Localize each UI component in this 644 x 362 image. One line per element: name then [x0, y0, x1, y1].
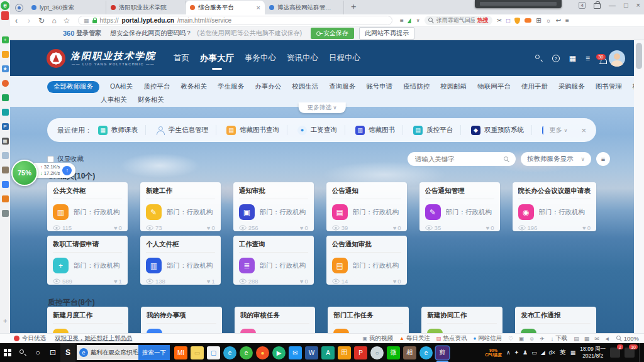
taskbar-app-icon[interactable]: MI	[174, 346, 187, 359]
undo-closed-tab-icon[interactable]: ↩	[556, 17, 561, 24]
sidebar-favorite-icon[interactable]	[2, 80, 9, 87]
taskbar-app-icon[interactable]: ▢	[207, 346, 220, 359]
speed-ball-widget[interactable]: 75% ↑ 32.1K/s ↓ 17.2K/s ↑	[11, 160, 75, 186]
statusbar-link[interactable]: ▤热点资讯	[436, 334, 467, 343]
taskbar-app-icon[interactable]: P	[354, 346, 367, 359]
mail-tray-icon[interactable]: 2	[610, 348, 620, 358]
service-card[interactable]: 通知审批 ▣ 部门：行政机构 256 ♥ 0	[233, 182, 314, 231]
taskbar-app-icon[interactable]: ▶	[272, 346, 286, 359]
cortana-button[interactable]: ○	[30, 343, 45, 362]
zoom-control[interactable]: 100%	[616, 335, 639, 342]
hot-tag[interactable]: 热搜	[477, 16, 489, 25]
sidebar-favorite-icon[interactable]: P	[2, 123, 9, 130]
apps-grid-icon[interactable]: ⊞	[536, 17, 541, 24]
filter-tab[interactable]: 办事办公	[255, 82, 281, 91]
notification-center-button[interactable]: 10	[625, 348, 635, 358]
taskbar-app-icon[interactable]: e	[419, 346, 433, 359]
close-button[interactable]: ×	[636, 1, 640, 9]
taskbar-search-icon[interactable]	[15, 343, 30, 362]
portal-nav-item[interactable]: 资讯中心	[287, 53, 318, 64]
likes-counter[interactable]: ♥ 0	[207, 224, 215, 231]
filter-tab[interactable]: 财务相关	[138, 96, 164, 104]
filter-tab[interactable]: OA相关	[110, 82, 133, 91]
sidebar-favorite-icon[interactable]: +	[2, 36, 9, 43]
main-menu-icon[interactable]: ≡	[565, 17, 569, 24]
theme-icon[interactable]: ☼	[546, 17, 552, 24]
statusbar-link[interactable]: ▲每日关注	[399, 334, 430, 343]
taskbar-app-icon[interactable]: ▭	[191, 346, 204, 359]
reader-icon[interactable]: ≡	[400, 17, 404, 24]
filter-tab[interactable]: 采购服务	[558, 82, 585, 91]
taskbar-app-icon[interactable]: W	[305, 346, 318, 359]
service-card[interactable]: 发布工作通报 ▲ ♥	[515, 307, 596, 333]
statusbar-tool-icon[interactable]: ▦	[584, 336, 590, 342]
tray-icon[interactable]: ◢	[541, 349, 545, 356]
start-button[interactable]	[0, 343, 15, 362]
cpu-temp-gadget[interactable]: 90%CPU温度	[485, 348, 502, 358]
taskbar-app-icon[interactable]: A	[321, 346, 335, 359]
page-scrollbar[interactable]	[634, 40, 644, 333]
settings-sliders-icon[interactable]: ≡	[586, 54, 590, 63]
taskbar-clock[interactable]: 18:09 周一2021/8/2	[580, 346, 606, 359]
filter-tab[interactable]: 教务相关	[180, 82, 207, 91]
statusbar-tool-icon[interactable]: ♡	[508, 336, 513, 342]
browser-tab[interactable]: lypt_360搜索	[27, 1, 106, 14]
likes-counter[interactable]: ♥ 0	[300, 278, 308, 285]
filter-tab[interactable]: 质控平台	[143, 82, 170, 91]
pinned-app-s-icon[interactable]: S	[60, 343, 75, 362]
url-field[interactable]: ▦ https://portal.lypt.edu.cn/main.html#/…	[78, 16, 392, 25]
security-shield-icon[interactable]	[514, 18, 520, 24]
statusbar-tool-icon[interactable]: ✉	[594, 336, 599, 342]
sidebar-favorite-icon[interactable]	[2, 210, 9, 217]
maximize-button[interactable]: □	[624, 1, 628, 9]
download-button[interactable]: ↓下载	[551, 334, 568, 343]
touch-keyboard-icon[interactable]: ▦	[570, 349, 576, 356]
back-button[interactable]: ‹	[10, 16, 23, 25]
service-card[interactable]: 新建工作 ✎ 部门：行政机构 73 ♥ 0	[140, 182, 221, 231]
browser-nav-icon[interactable]	[15, 4, 23, 12]
likes-counter[interactable]: ♥ 0	[486, 224, 494, 231]
tray-icon[interactable]: ♟	[523, 349, 528, 356]
input-language-button[interactable]: 英	[560, 348, 566, 357]
browser-tab[interactable]: 博达高校网站群管理平台-内容管…	[265, 1, 344, 14]
service-card[interactable]: 教职工请假申请 + 部门：行政机构 589 ♥ 1	[47, 236, 128, 285]
statusbar-tool-icon[interactable]: ▤	[574, 336, 579, 342]
home-button[interactable]: ⌂	[48, 16, 60, 25]
service-card[interactable]: 公告通知管理 ✎ 部门：行政机构 35 ♥ 0	[419, 182, 500, 231]
tab-close-icon[interactable]: ×	[257, 4, 260, 11]
taskbar-app-icon[interactable]: ○	[370, 346, 384, 359]
likes-counter[interactable]: ♥ 0	[393, 224, 401, 231]
refresh-button[interactable]: ↻	[35, 16, 48, 25]
filter-tab[interactable]: 校园生活	[292, 82, 318, 91]
news-headline-link[interactable]: 双冠卫冕，她还想赶上郭晶晶	[55, 334, 133, 343]
school-seal-logo[interactable]	[47, 49, 65, 68]
filter-tab[interactable]: 全部教师服务	[47, 81, 99, 93]
statusbar-tool-icon[interactable]: ◄	[604, 336, 610, 342]
gamepad-icon[interactable]	[525, 18, 531, 23]
site-grid-icon[interactable]: ▦	[84, 18, 89, 24]
statusbar-tool-icon[interactable]: ✈	[540, 336, 545, 342]
sidebar-favorite-icon[interactable]	[2, 152, 9, 159]
qr-code-icon[interactable]: ▦	[569, 54, 576, 63]
boost-button[interactable]: ↑	[62, 166, 72, 175]
browser-logo-icon[interactable]: e	[1, 1, 9, 10]
minimize-button[interactable]: —	[609, 1, 616, 9]
sidebar-favorite-icon[interactable]: ▦	[2, 138, 9, 145]
forward-button[interactable]: ›	[23, 16, 35, 25]
filter-tab[interactable]: 人事相关	[101, 96, 127, 104]
portal-nav-item[interactable]: 事务中心	[245, 53, 276, 64]
service-card[interactable]: 新建协同工作 ⊞ ♥	[421, 307, 502, 333]
taskbar-app-icon[interactable]: 田	[338, 346, 351, 359]
filter-tab[interactable]: 校园邮箱	[440, 82, 467, 91]
likes-counter[interactable]: ♥ 1	[114, 278, 122, 285]
filter-tab[interactable]: 查询服务	[329, 82, 355, 91]
service-card[interactable]: 公共文件柜 ▥ 部门：行政机构 115 ♥ 0	[47, 182, 128, 231]
save-password-button[interactable]: 安全保存	[311, 28, 354, 39]
portal-nav-item[interactable]: 办事大厅	[200, 53, 234, 64]
taskbar-app-icon[interactable]: 剪	[436, 346, 449, 359]
speed-boost-icon[interactable]	[408, 18, 413, 23]
likes-counter[interactable]: ♥ 1	[207, 278, 215, 285]
workspace-icon[interactable]	[594, 3, 601, 9]
filter-tab[interactable]: 账号申请	[366, 82, 392, 91]
bookmark-star-button[interactable]: ☆	[60, 16, 73, 25]
